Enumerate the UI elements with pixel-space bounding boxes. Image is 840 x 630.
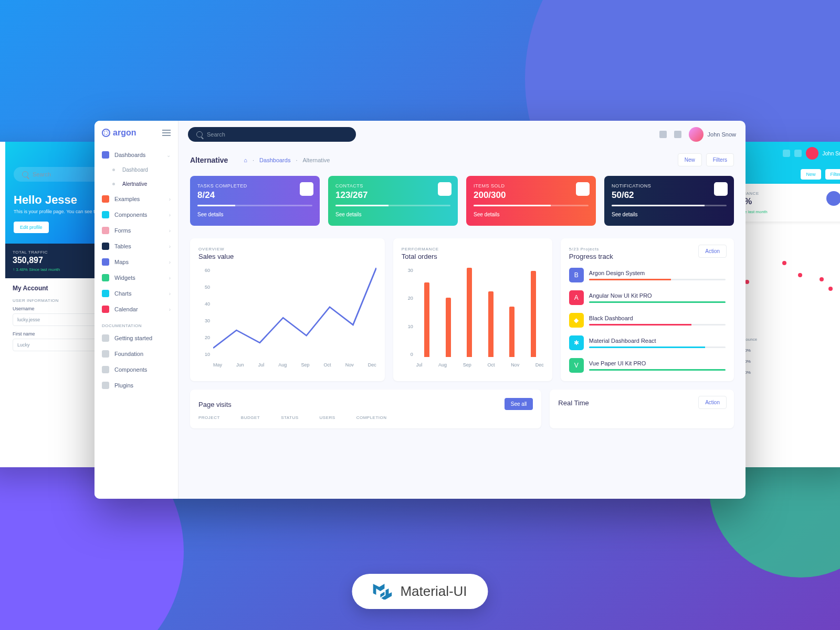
- search-icon: [196, 131, 203, 138]
- nav-icon: [102, 243, 109, 250]
- doc-icon: [102, 334, 109, 342]
- sidebar-doc-foundation[interactable]: Foundation: [94, 346, 178, 362]
- see-details-link[interactable]: See details: [612, 212, 637, 217]
- bell-icon[interactable]: [783, 150, 790, 157]
- kpi-icon: [300, 182, 313, 196]
- project-icon: A: [569, 290, 584, 305]
- kpi-card-notifications: NOTIFICATIONS50/62See details: [604, 176, 734, 226]
- grid-icon[interactable]: [794, 150, 802, 157]
- bell-icon[interactable]: [659, 131, 667, 138]
- sidebar-item-widgets[interactable]: Widgets›: [94, 270, 178, 286]
- home-icon[interactable]: ⌂: [244, 157, 247, 163]
- kpi-card-contacts: CONTACTS123/267See details: [328, 176, 458, 226]
- doc-icon: [102, 382, 109, 389]
- breadcrumb-dashboards[interactable]: Dashboards: [259, 157, 290, 163]
- chevron-right-icon: ›: [169, 228, 171, 234]
- nav-icon: [102, 274, 109, 281]
- new-button-right[interactable]: New: [801, 169, 821, 180]
- doc-icon: [102, 350, 109, 358]
- topbar: Search John Snow: [178, 121, 746, 148]
- page-visits-card: Page visits See all PROJECTBUDGETSTATUSU…: [190, 390, 541, 428]
- chevron-right-icon: ›: [169, 307, 171, 312]
- nav-icon: [102, 306, 109, 313]
- see-details-link[interactable]: See details: [197, 212, 223, 217]
- chevron-right-icon: ⌄: [166, 152, 171, 158]
- kpi-icon: [714, 182, 728, 196]
- sidebar-doc-getting-started[interactable]: Getting started: [94, 330, 178, 346]
- trophy-icon: [826, 191, 840, 206]
- total-orders-card: PERFORMANCE Total orders 3020100 JulAugS…: [393, 238, 552, 381]
- sidebar-item-forms[interactable]: Forms›: [94, 223, 178, 238]
- filters-button[interactable]: Filters: [706, 153, 734, 166]
- sidebar-item-maps[interactable]: Maps›: [94, 254, 178, 270]
- argon-icon: [102, 129, 110, 137]
- material-ui-badge: Material-UI: [352, 574, 488, 609]
- progress-item: VVue Paper UI Kit PRO: [569, 358, 726, 373]
- kpi-icon: [576, 182, 590, 196]
- sidebar-item-dashboard[interactable]: Dashboard: [94, 163, 178, 177]
- nav-icon: [102, 211, 109, 218]
- avatar: [689, 127, 704, 142]
- kpi-card-tasks-completed: TASKS COMPLETED8/24See details: [190, 176, 320, 226]
- real-time-card: Real Time Action: [550, 390, 734, 428]
- search-input-left[interactable]: Search: [14, 167, 108, 182]
- progress-track-card: 5/23 Projects Progress track Action BArg…: [561, 238, 734, 381]
- user-name-right: John Snow: [823, 151, 840, 156]
- material-ui-icon: [373, 584, 392, 600]
- sidebar-item-calendar[interactable]: Calendar›: [94, 301, 178, 317]
- sidebar-item-dashboards[interactable]: Dashboards⌄: [94, 147, 178, 163]
- sidebar-doc-components[interactable]: Components: [94, 362, 178, 377]
- breadcrumb-current: Alternative: [302, 157, 330, 163]
- filters-button-right[interactable]: Filters: [825, 169, 841, 180]
- nav-icon: [102, 151, 109, 159]
- chevron-right-icon: ›: [169, 212, 171, 218]
- new-button[interactable]: New: [678, 153, 702, 166]
- sidebar: argon Dashboards⌄DashboardAlertnativeExa…: [94, 121, 178, 499]
- realtime-action-button[interactable]: Action: [698, 396, 727, 409]
- doc-icon: [102, 366, 109, 373]
- sidebar-item-charts[interactable]: Charts›: [94, 286, 178, 301]
- apps-icon[interactable]: [674, 131, 681, 138]
- progress-item: BArgon Design System: [569, 268, 726, 282]
- sidebar-item-tables[interactable]: Tables›: [94, 238, 178, 254]
- nav-icon: [102, 227, 109, 234]
- project-icon: B: [569, 268, 584, 282]
- kpi-icon: [438, 182, 452, 196]
- chevron-right-icon: ›: [169, 291, 171, 297]
- nav-icon: [102, 290, 109, 297]
- project-icon: V: [569, 358, 584, 373]
- menu-toggle-icon[interactable]: [162, 130, 171, 136]
- avatar[interactable]: [806, 147, 818, 160]
- chevron-right-icon: ›: [169, 259, 171, 265]
- nav-icon: [102, 258, 109, 266]
- search-input[interactable]: Search: [188, 127, 356, 142]
- project-icon: ✱: [569, 335, 584, 350]
- sidebar-item-examples[interactable]: Examples›: [94, 191, 178, 207]
- chevron-right-icon: ›: [169, 196, 171, 202]
- edit-profile-button[interactable]: Edit profile: [14, 222, 49, 233]
- material-ui-label: Material-UI: [400, 583, 467, 600]
- sidebar-item-components[interactable]: Components›: [94, 207, 178, 223]
- search-icon: [22, 171, 28, 177]
- progress-item: ✱Material Dashboard React: [569, 335, 726, 350]
- see-all-button[interactable]: See all: [505, 398, 533, 410]
- nav-icon: [102, 195, 109, 203]
- progress-item: AAngular Now UI Kit PRO: [569, 290, 726, 305]
- progress-action-button[interactable]: Action: [698, 245, 727, 258]
- chevron-right-icon: ›: [169, 275, 171, 281]
- kpi-card-items-sold: ITEMS SOLD200/300See details: [466, 176, 596, 226]
- brand-logo[interactable]: argon: [102, 128, 136, 138]
- sales-value-card: OVERVIEW Sales value 605040302010 MayJun…: [190, 238, 385, 381]
- chevron-right-icon: ›: [169, 244, 171, 249]
- sidebar-item-alertnative[interactable]: Alertnative: [94, 177, 178, 191]
- page-title: Alternative: [190, 156, 228, 164]
- see-details-link[interactable]: See details: [474, 212, 499, 217]
- progress-item: ◆Black Dashboard: [569, 313, 726, 328]
- user-menu[interactable]: John Snow: [689, 127, 736, 142]
- breadcrumb: Alternative ⌂ · Dashboards · Alternative…: [178, 148, 746, 172]
- main-dashboard: argon Dashboards⌄DashboardAlertnativeExa…: [94, 121, 746, 499]
- sidebar-doc-plugins[interactable]: Plugins: [94, 377, 178, 393]
- see-details-link[interactable]: See details: [335, 212, 361, 217]
- project-icon: ◆: [569, 313, 584, 328]
